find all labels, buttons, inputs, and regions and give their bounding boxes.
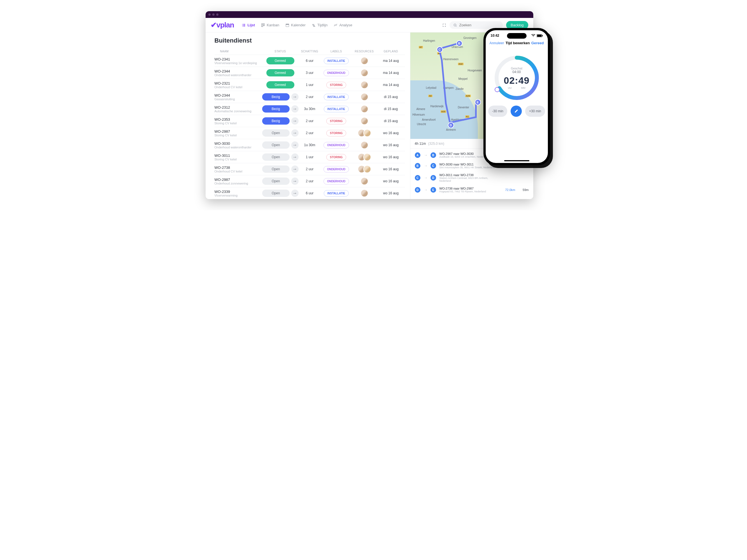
status-arrow[interactable]: → — [291, 141, 299, 149]
status-pill[interactable]: Gereed — [266, 69, 294, 76]
status-arrow[interactable]: → — [291, 178, 299, 185]
status-arrow[interactable]: → — [291, 93, 299, 101]
label-pill: ONDERHOUD — [324, 166, 349, 172]
traffic-light-icon — [212, 14, 214, 16]
svg-rect-2 — [242, 25, 243, 25]
status-pill[interactable]: Bezig — [262, 93, 290, 101]
tab-kanban[interactable]: Kanban — [261, 23, 279, 27]
col-status: STATUS — [262, 50, 299, 53]
table-row[interactable]: WO-2987Storing CV ketelOpen→2 uurSTORING… — [214, 127, 405, 139]
status-pill[interactable]: Open — [262, 190, 290, 197]
avatar — [360, 177, 368, 185]
table-row[interactable]: WO-2987Onderhoud zonneweringOpen→2 uurON… — [214, 175, 405, 187]
traffic-light-icon — [216, 14, 218, 16]
route-line — [410, 32, 533, 136]
status-pill[interactable]: Bezig — [262, 105, 290, 112]
status-pill[interactable]: Open — [262, 154, 290, 161]
tab-lijst[interactable]: Lijst — [242, 23, 255, 27]
map-pin-c[interactable]: C — [437, 47, 443, 53]
expand-icon[interactable] — [442, 23, 446, 27]
status-pill[interactable]: Open — [262, 165, 290, 173]
status-pill[interactable]: Bezig — [262, 117, 290, 125]
route-panel: B C D E Harlingen Heerenveen Drachten Gr… — [410, 32, 533, 199]
step-from: B — [415, 163, 420, 168]
map-pin-e[interactable]: E — [475, 99, 481, 105]
calendar-icon — [285, 23, 289, 27]
col-naam: NAAM — [214, 50, 262, 53]
route-map[interactable]: B C D E Harlingen Heerenveen Drachten Gr… — [410, 32, 533, 139]
avatar — [360, 93, 368, 101]
tab-tijdlijn[interactable]: Tijdlijn — [312, 23, 328, 27]
arrow-icon: → — [424, 164, 428, 168]
step-from: D — [415, 187, 420, 193]
col-schatting: SCHATTING — [299, 50, 321, 53]
table-row[interactable]: WO-2738Onderhoud CV ketelOpen→2 uurONDER… — [214, 163, 405, 175]
svg-rect-7 — [263, 24, 264, 25]
table-row[interactable]: WO-2339VloerverwarmingOpen→6 uurINSTALLA… — [214, 187, 405, 199]
search-field[interactable] — [459, 23, 499, 27]
map-pin-d[interactable]: D — [448, 122, 454, 128]
route-step[interactable]: D→EWO-2738 naar WO-2987Hogepad 83, 7462 … — [410, 185, 533, 195]
map-pin-b[interactable]: B — [456, 40, 462, 47]
view-tabs: Lijst Kanban Kalender Tijdlijn Analyse — [242, 23, 352, 27]
status-arrow[interactable]: → — [291, 105, 299, 112]
avatar — [360, 81, 368, 89]
label-pill: INSTALLATIE — [324, 94, 349, 100]
step-from: C — [415, 175, 420, 181]
svg-rect-16 — [537, 34, 541, 37]
label-pill: ONDERHOUD — [324, 142, 349, 149]
status-arrow[interactable]: → — [291, 117, 299, 125]
status-arrow[interactable]: → — [291, 190, 299, 197]
list-icon — [242, 23, 246, 27]
tab-analyse[interactable]: Analyse — [334, 23, 352, 27]
status-pill[interactable]: Gereed — [266, 81, 294, 88]
avatar — [363, 153, 371, 161]
list-panel: Buitendienst NAAM STATUS SCHATTING LABEL… — [206, 32, 410, 199]
avatar — [360, 69, 368, 77]
table-row[interactable]: WO-2321Onderhoud CV ketelGereed1 uurSTOR… — [214, 79, 405, 91]
table-row[interactable]: WO-2353Storing CV ketelBezig→2 uurSTORIN… — [214, 115, 405, 127]
status-pill[interactable]: Open — [262, 129, 290, 137]
label-pill: STORING — [326, 82, 346, 88]
window-titlebar — [206, 11, 533, 18]
status-arrow[interactable]: → — [291, 165, 299, 173]
route-step[interactable]: C→DWO-3011 naar WO-2738Station Arnhem Ce… — [410, 171, 533, 185]
label-pill: STORING — [326, 154, 346, 160]
table-row[interactable]: WO-2344Onderhoud waterontharderGereed3 u… — [214, 66, 405, 79]
step-to: B — [431, 152, 436, 158]
status-arrow[interactable]: → — [291, 129, 299, 137]
home-indicator — [504, 160, 530, 161]
table-header: NAAM STATUS SCHATTING LABELS RESOURCES G… — [214, 48, 405, 55]
phone-notch — [507, 33, 526, 38]
kanban-icon — [261, 23, 265, 27]
step-to: E — [431, 187, 436, 193]
col-labels: LABELS — [321, 50, 352, 53]
desktop-window: ✔vplan Lijst Kanban Kalender Tijdlijn An… — [206, 11, 533, 199]
svg-rect-1 — [243, 24, 246, 24]
label-pill: STORING — [326, 118, 346, 124]
avatar — [363, 129, 371, 137]
svg-rect-3 — [243, 25, 246, 25]
table-row[interactable]: WO-2312Automatische zonneweringBezig→3u … — [214, 103, 405, 115]
tab-kalender[interactable]: Kalender — [285, 23, 306, 27]
status-arrow[interactable]: → — [291, 154, 299, 161]
table-row[interactable]: WO-3011Storing CV ketelOpen→1 uurSTORING… — [214, 151, 405, 163]
status-pill[interactable]: Open — [262, 178, 290, 185]
avatar — [360, 105, 368, 113]
svg-rect-17 — [542, 35, 543, 36]
table-row[interactable]: WO-2341Vloerverwarming 1e verdiepingGere… — [214, 55, 405, 66]
svg-rect-0 — [242, 24, 243, 24]
svg-rect-12 — [313, 26, 315, 27]
table-row[interactable]: WO-2344GasaansluitingBezig→2 uurINSTALLA… — [214, 91, 405, 103]
search-input[interactable] — [449, 21, 503, 29]
topbar: ✔vplan Lijst Kanban Kalender Tijdlijn An… — [206, 18, 533, 32]
svg-rect-9 — [286, 24, 289, 25]
arrow-icon: → — [424, 153, 428, 157]
step-from: A — [415, 152, 420, 158]
status-pill[interactable]: Open — [262, 141, 290, 149]
avatar — [360, 57, 368, 65]
traffic-light-icon — [208, 14, 211, 16]
table-row[interactable]: WO-3030Onderhoud waterontharderOpen→1u 3… — [214, 139, 405, 151]
label-pill: INSTALLATIE — [324, 190, 349, 196]
status-pill[interactable]: Gereed — [266, 57, 294, 64]
